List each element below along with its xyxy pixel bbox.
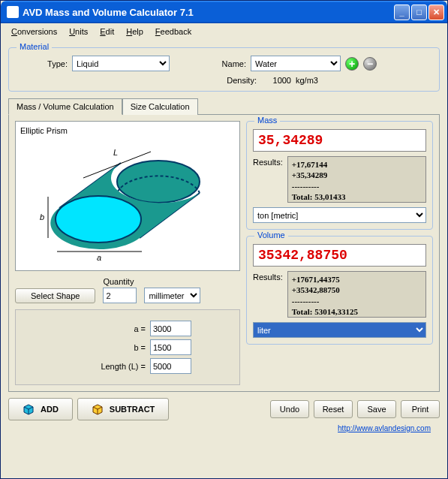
add-material-icon[interactable]: + xyxy=(345,57,359,71)
density-value: 1000 xyxy=(261,76,291,85)
volume-value: 35342,88750 xyxy=(253,244,426,267)
type-label: Type: xyxy=(15,59,68,68)
param-a-label: a = xyxy=(134,324,146,333)
menu-feedback[interactable]: Feedback xyxy=(149,26,197,38)
app-window: AVD Mass and Volume Calculator 7.1 _ □ ✕… xyxy=(0,0,448,479)
volume-results-label: Results: xyxy=(253,271,283,318)
shape-title: Elliptic Prism xyxy=(20,126,235,135)
save-button[interactable]: Save xyxy=(357,400,396,418)
menu-units[interactable]: Units xyxy=(63,26,94,38)
mass-value: 35,34289 xyxy=(253,129,426,152)
param-a-input[interactable] xyxy=(150,321,191,336)
volume-legend: Volume xyxy=(254,230,288,240)
tab-mass-volume[interactable]: Mass / Volume Calculation xyxy=(8,98,122,115)
undo-button[interactable]: Undo xyxy=(270,400,309,418)
reset-button[interactable]: Reset xyxy=(314,400,353,418)
window-title: AVD Mass and Volume Calculator 7.1 xyxy=(23,7,394,18)
tab-size[interactable]: Size Calculation xyxy=(122,98,198,115)
name-label: Name: xyxy=(216,59,246,68)
subtract-button[interactable]: SUBTRACT xyxy=(77,398,170,420)
mass-legend: Mass xyxy=(254,116,280,125)
tab-body: Elliptic Prism L b a xyxy=(8,114,440,392)
param-L-input[interactable] xyxy=(150,358,191,374)
mass-unit-select[interactable]: ton [metric] xyxy=(253,207,426,223)
minimize-button[interactable]: _ xyxy=(394,5,410,20)
quantity-input[interactable] xyxy=(103,288,137,303)
select-shape-button[interactable]: Select Shape xyxy=(15,288,95,303)
print-button[interactable]: Print xyxy=(401,400,440,418)
mass-results-label: Results: xyxy=(253,156,283,203)
dim-b-label: b xyxy=(40,212,44,221)
material-group: Material Type: Liquid Name: Water + − De… xyxy=(8,47,440,92)
remove-material-icon[interactable]: − xyxy=(363,57,377,71)
volume-results-list[interactable]: +17671,44375 +35342,88750 ---------- Tot… xyxy=(287,271,426,318)
name-select[interactable]: Water xyxy=(251,56,341,71)
menubar: Conversionsdocument.currentScript.previo… xyxy=(1,23,447,40)
volume-unit-select[interactable]: liter xyxy=(253,322,426,338)
param-b-input[interactable] xyxy=(150,339,191,355)
prism-diagram: L b a xyxy=(38,140,218,261)
type-select[interactable]: Liquid xyxy=(72,56,170,71)
shape-preview: Elliptic Prism L b a xyxy=(15,121,240,271)
titlebar[interactable]: AVD Mass and Volume Calculator 7.1 _ □ ✕ xyxy=(1,1,447,23)
length-unit-select[interactable]: millimeter xyxy=(144,288,200,303)
cube-subtract-icon xyxy=(92,403,104,415)
param-b-label: b = xyxy=(134,343,146,352)
svg-point-1 xyxy=(56,196,141,243)
add-button[interactable]: ADD xyxy=(8,398,73,420)
dim-a-label: a xyxy=(97,253,101,261)
mass-results-list[interactable]: +17,67144 +35,34289 ---------- Total: 53… xyxy=(287,156,426,203)
mass-group: Mass 35,34289 Results: +17,67144 +35,342… xyxy=(246,121,433,230)
density-unit: kg/m3 xyxy=(296,76,318,85)
menu-help[interactable]: Help xyxy=(120,26,149,38)
maximize-button[interactable]: □ xyxy=(411,5,427,20)
volume-group: Volume 35342,88750 Results: +17671,44375… xyxy=(246,236,433,345)
footer-link[interactable]: http://www.avlandesign.com xyxy=(338,424,431,432)
app-icon xyxy=(7,6,19,18)
close-button[interactable]: ✕ xyxy=(428,5,444,20)
menu-conversions[interactable]: Conversionsdocument.currentScript.previo… xyxy=(5,26,63,38)
dim-L-label: L xyxy=(113,148,118,157)
density-label: Density: xyxy=(221,76,257,85)
menu-edit[interactable]: Edit xyxy=(94,26,120,38)
quantity-label: Quantity xyxy=(103,277,137,286)
tab-strip: Mass / Volume Calculation Size Calculati… xyxy=(8,98,440,114)
param-L-label: Length (L) = xyxy=(101,362,146,371)
cube-add-icon xyxy=(23,403,35,415)
material-legend: Material xyxy=(17,42,52,51)
